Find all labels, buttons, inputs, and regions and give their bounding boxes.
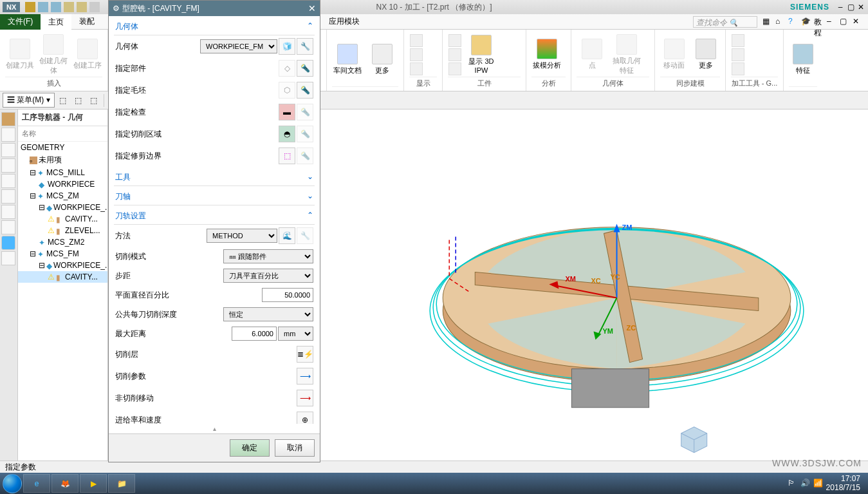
part-display-button[interactable]: 🔦 bbox=[297, 60, 313, 77]
create-tool-button[interactable]: 创建刀具 bbox=[5, 39, 35, 70]
paste-icon[interactable] bbox=[77, 2, 87, 12]
cutlevels-button[interactable]: ≣⚡ bbox=[297, 346, 313, 363]
method-select[interactable]: METHOD bbox=[207, 229, 277, 243]
part-select-button[interactable]: ◇ bbox=[279, 60, 295, 77]
navigator-column-name[interactable]: 名称 bbox=[18, 126, 107, 142]
section-path-header[interactable]: 刀轨设置⌃ bbox=[114, 208, 315, 225]
taskbar-ie[interactable]: e bbox=[23, 474, 50, 493]
tree-geometry[interactable]: GEOMETRY bbox=[18, 142, 107, 153]
tool-btn-3[interactable] bbox=[732, 62, 744, 75]
window-layout-icon[interactable]: ▦ bbox=[762, 17, 773, 27]
command-search[interactable]: 查找命令 🔍 bbox=[693, 16, 757, 28]
tree-cavity-fm[interactable]: ⚠▮CAVITY... bbox=[18, 271, 107, 283]
nav-web-icon[interactable] bbox=[1, 205, 15, 219]
tab-assembly[interactable]: 装配 bbox=[71, 14, 102, 30]
blank-select-button[interactable]: ⬡ bbox=[279, 82, 295, 99]
tree-mcs-zm[interactable]: ⊟✦MCS_ZM bbox=[18, 190, 107, 202]
method-edit-button[interactable]: 🔧 bbox=[297, 227, 313, 244]
min-ribbon-icon[interactable]: – bbox=[827, 17, 837, 27]
taskbar-media[interactable]: ▶ bbox=[80, 474, 107, 493]
maxdist-input[interactable] bbox=[232, 327, 277, 341]
section-axis-header[interactable]: 刀轴⌄ bbox=[114, 189, 315, 205]
close-button[interactable]: ✕ bbox=[856, 3, 865, 12]
more-actions-button[interactable]: 更多 bbox=[367, 44, 398, 75]
feature-button[interactable]: 特征 bbox=[789, 44, 817, 75]
method-inherit-button[interactable]: 🌊 bbox=[279, 227, 295, 244]
wp-btn-1[interactable] bbox=[448, 34, 461, 47]
nav-more-icon[interactable] bbox=[1, 251, 15, 265]
nav-history-icon[interactable] bbox=[1, 174, 15, 188]
create-geometry-button[interactable]: 创建几何体 bbox=[39, 34, 68, 75]
geometry-new-button[interactable]: 🧊 bbox=[279, 38, 295, 55]
tree-workpiece-3[interactable]: ⊟◆WORKPIECE_... bbox=[18, 260, 107, 271]
redo-icon[interactable] bbox=[51, 2, 61, 12]
tree-workpiece-2[interactable]: ⊟◆WORKPIECE_... bbox=[18, 202, 107, 213]
system-tray[interactable]: 🏳 🔊 📶 17:07 2018/7/15 bbox=[788, 475, 865, 491]
graphics-viewport[interactable]: ZM XM YM XC YC ZC bbox=[320, 109, 868, 461]
show-ipw-button[interactable]: 显示 3D IPW bbox=[466, 35, 497, 74]
tb-btn-3[interactable]: ⬚ bbox=[87, 93, 101, 108]
geometry-edit-button[interactable]: 🔧 bbox=[297, 38, 313, 55]
nav-help-icon[interactable] bbox=[1, 220, 15, 234]
trim-display-button[interactable]: 🔦 bbox=[297, 147, 313, 164]
home-icon[interactable]: ⌂ bbox=[775, 17, 786, 27]
section-geometry-header[interactable]: 几何体⌃ bbox=[114, 19, 315, 35]
copy-icon[interactable] bbox=[64, 2, 74, 12]
tb-btn-2[interactable]: ⬚ bbox=[71, 93, 86, 108]
display-btn-2[interactable] bbox=[410, 48, 423, 61]
cutarea-select-button[interactable]: ◓ bbox=[279, 126, 295, 142]
tutorial-icon[interactable]: 🎓 bbox=[801, 17, 811, 27]
tree-cavity-1[interactable]: ⚠▮CAVITY... bbox=[18, 213, 107, 225]
moveface-button[interactable]: 移动面 bbox=[660, 39, 688, 70]
tree-mcs-zm2[interactable]: ✦MCS_ZM2 bbox=[18, 236, 107, 248]
taskbar-firefox[interactable]: 🦊 bbox=[51, 474, 78, 493]
cutarea-display-button[interactable]: 🔦 bbox=[297, 126, 313, 142]
tool-btn-1[interactable] bbox=[732, 34, 744, 47]
maximize-button[interactable]: ▢ bbox=[846, 3, 855, 12]
restore-icon[interactable]: ▢ bbox=[840, 17, 850, 27]
wp-btn-3[interactable] bbox=[448, 62, 461, 75]
tray-volume-icon[interactable]: 🔊 bbox=[800, 479, 811, 489]
nav-wifi-icon[interactable] bbox=[1, 236, 15, 250]
tray-time[interactable]: 17:07 bbox=[826, 475, 860, 483]
more-sync-button[interactable]: 更多 bbox=[692, 39, 721, 70]
depthpercut-select[interactable]: 恒定 bbox=[223, 307, 313, 321]
close-tab-icon[interactable]: ✕ bbox=[853, 17, 863, 27]
geometry-select[interactable]: WORKPIECE_FM bbox=[200, 39, 277, 53]
menu-button[interactable]: ☰ 菜单(M) ▾ bbox=[3, 93, 55, 108]
help-icon[interactable]: ? bbox=[788, 17, 799, 27]
tree-zlevel[interactable]: ⚠▮ZLEVEL... bbox=[18, 225, 107, 236]
minimize-button[interactable]: – bbox=[836, 3, 845, 12]
file-menu[interactable]: 文件(F) bbox=[0, 14, 41, 30]
tree-mcs-mill[interactable]: ⊟✦MCS_MILL bbox=[18, 167, 107, 178]
viewport-canvas[interactable]: ZM XM YM XC YC ZC bbox=[320, 109, 868, 461]
cutpattern-select[interactable]: ㎜ 跟随部件 bbox=[223, 249, 313, 263]
display-btn-3[interactable] bbox=[410, 62, 423, 75]
check-select-button[interactable]: ▬ bbox=[279, 104, 295, 120]
draft-analysis-button[interactable]: 拔模分析 bbox=[531, 39, 562, 70]
save-icon[interactable] bbox=[25, 2, 35, 12]
extract-geom-button[interactable]: 抽取几何特征 bbox=[611, 34, 642, 75]
undo-icon[interactable] bbox=[38, 2, 48, 12]
navigator-tree[interactable]: GEOMETRY ▫未用项 ⊟✦MCS_MILL ◆WORKPIECE ⊟✦MC… bbox=[18, 142, 107, 461]
tab-home[interactable]: 主页 bbox=[41, 13, 71, 30]
wp-btn-2[interactable] bbox=[448, 48, 461, 61]
maxdist-unit-select[interactable]: mm bbox=[278, 327, 313, 341]
tree-unused[interactable]: ▫未用项 bbox=[18, 153, 107, 167]
cancel-button[interactable]: 取消 bbox=[275, 439, 315, 457]
create-operation-button[interactable]: 创建工序 bbox=[73, 39, 102, 70]
nav-assy-icon[interactable] bbox=[1, 143, 15, 157]
display-btn-1[interactable] bbox=[410, 34, 423, 47]
dialog-titlebar[interactable]: ⚙ 型腔铣 - [CAVITY_FM] ✕ bbox=[109, 1, 320, 16]
tree-workpiece-1[interactable]: ◆WORKPIECE bbox=[18, 178, 107, 190]
flatpct-input[interactable] bbox=[262, 288, 313, 302]
dialog-close-button[interactable]: ✕ bbox=[308, 3, 316, 14]
tray-network-icon[interactable]: 📶 bbox=[813, 479, 824, 489]
section-tool-header[interactable]: 工具⌄ bbox=[114, 169, 315, 186]
dialog-resize-handle[interactable]: ▴ bbox=[109, 424, 320, 433]
tutorial-label[interactable]: 教程 bbox=[814, 17, 824, 27]
check-display-button[interactable]: 🔦 bbox=[297, 104, 313, 120]
point-button[interactable]: 点 bbox=[577, 39, 607, 70]
ok-button[interactable]: 确定 bbox=[230, 439, 270, 457]
nav-roles-icon[interactable] bbox=[1, 189, 15, 204]
